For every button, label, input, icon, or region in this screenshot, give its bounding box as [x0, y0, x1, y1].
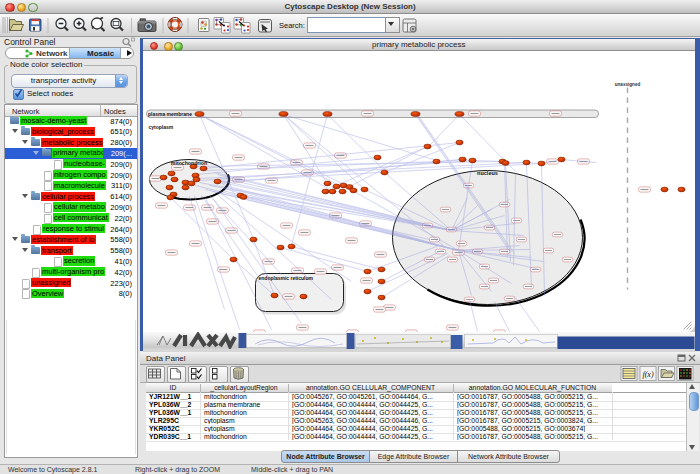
svg-text:nucleus: nucleus	[477, 170, 498, 176]
svg-text:plasma membrane: plasma membrane	[148, 111, 192, 117]
svg-text:f(x): f(x)	[642, 370, 653, 379]
svg-text:unassigned: unassigned	[615, 82, 641, 87]
svg-text:cytoplasm: cytoplasm	[149, 124, 174, 130]
svg-text:endoplasmic reticulum: endoplasmic reticulum	[259, 275, 314, 281]
svg-text:mitochondrion: mitochondrion	[171, 160, 207, 166]
